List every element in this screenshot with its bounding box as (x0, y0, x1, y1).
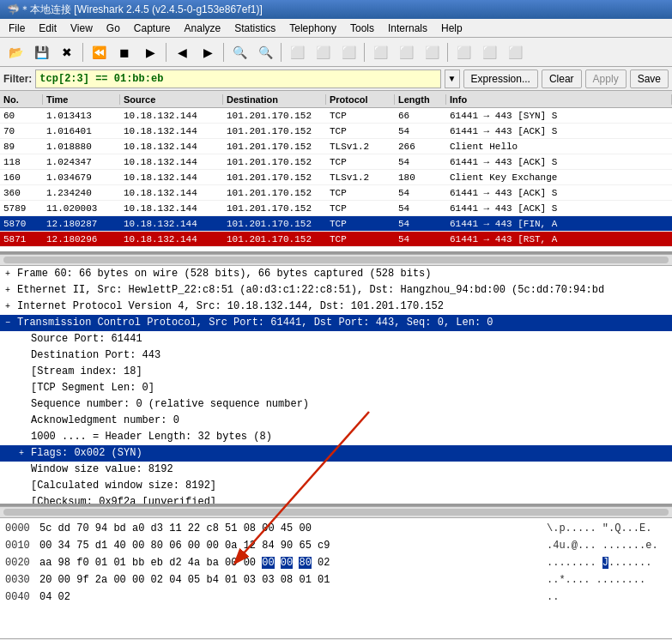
packet-cell-0: 5870 (0, 219, 43, 229)
pkt-btn1[interactable]: ⬜ (285, 40, 309, 64)
pkt-btn2[interactable]: ⬜ (311, 40, 335, 64)
pkt-btn3[interactable]: ⬜ (336, 40, 360, 64)
open-btn[interactable]: 📂 (3, 40, 27, 64)
hex-offset: 0020 (5, 555, 39, 571)
packet-cell-4: TCP (326, 219, 395, 229)
hex-row: 0010 00 34 75 d1 40 00 80 06 00 00 0a 12… (0, 537, 672, 554)
apply-button[interactable]: Apply (585, 69, 627, 88)
expand-icon: + (5, 299, 17, 314)
detail-text: [TCP Segment Len: 0] (31, 382, 154, 394)
col-no[interactable]: No. (0, 94, 43, 105)
title-bar: 🦈 ＊本地连接 [Wireshark 2.4.5 (v2.4.5-0-g153e… (0, 0, 672, 19)
menu-item-go[interactable]: Go (100, 19, 127, 37)
filter-input-wrap[interactable] (35, 69, 440, 88)
packet-cell-2: 10.18.132.144 (120, 188, 223, 198)
menu-item-tools[interactable]: Tools (343, 19, 381, 37)
detail-line[interactable]: + Internet Protocol Version 4, Src: 10.1… (0, 299, 672, 315)
filter-label: Filter: (3, 73, 32, 85)
clr-btn3[interactable]: ⬜ (420, 40, 444, 64)
packet-cell-2: 10.18.132.144 (120, 172, 223, 183)
sep5 (364, 43, 365, 62)
clr-btn1[interactable]: ⬜ (368, 40, 392, 64)
filter-dropdown[interactable]: ▼ (445, 69, 460, 88)
detail-line: 1000 .... = Header Length: 32 bytes (8) (0, 429, 672, 445)
detail-line[interactable]: + Ethernet II, Src: HewlettP_22:c8:51 (a… (0, 282, 672, 299)
table-row[interactable]: 587112.18029610.18.132.144101.201.170.15… (0, 232, 672, 247)
highlighted-byte: 80 (299, 557, 311, 569)
packet-cell-2: 10.18.132.144 (120, 219, 223, 229)
detail-line[interactable]: + Frame 60: 66 bytes on wire (528 bits),… (0, 266, 672, 282)
table-row[interactable]: 3601.23424010.18.132.144101.201.170.152T… (0, 185, 672, 201)
title-icon: 🦈 (7, 3, 20, 15)
table-row[interactable]: 1601.03467910.18.132.144101.201.170.152T… (0, 170, 672, 185)
table-row[interactable]: 587012.18028710.18.132.144101.201.170.15… (0, 216, 672, 232)
clear-button[interactable]: Clear (542, 69, 582, 88)
col-source[interactable]: Source (120, 94, 223, 105)
restart-btn[interactable]: ⏪ (87, 40, 111, 64)
col-length[interactable]: Length (395, 94, 446, 105)
detail-text: [Calculated window size: 8192] (31, 480, 216, 492)
table-row[interactable]: 601.01341310.18.132.144101.201.170.152TC… (0, 108, 672, 124)
prev-btn[interactable]: ◀ (170, 40, 194, 64)
misc-btn3[interactable]: ⬜ (503, 40, 527, 64)
menu-item-analyze[interactable]: Analyze (178, 19, 228, 37)
menu-item-statistics[interactable]: Statistics (227, 19, 282, 37)
hex-row: 0020 aa 98 f0 01 01 bb eb d2 4a ba 00 00… (0, 554, 672, 571)
start-btn[interactable]: ▶ (138, 40, 162, 64)
packet-cell-6: 61441 → 443 [ACK] S (446, 126, 672, 136)
stop-btn[interactable]: ◼ (112, 40, 136, 64)
zoom-out-btn[interactable]: 🔍 (253, 40, 277, 64)
expression-button[interactable]: Expression... (463, 69, 538, 88)
next-btn[interactable]: ▶ (196, 40, 220, 64)
packet-cell-5: 266 (395, 142, 446, 152)
scrollbar-thumb (3, 257, 669, 263)
menu-item-file[interactable]: File (2, 19, 32, 37)
detail-line: Acknowledgment number: 0 (0, 413, 672, 429)
highlighted-byte: 00 (281, 557, 293, 569)
menu-item-internals[interactable]: Internals (381, 19, 434, 37)
detail-text: Flags: 0x002 (SYN) (31, 447, 142, 459)
packet-cell-1: 11.020003 (43, 203, 120, 214)
hex-row: 0040 04 02 .. (0, 589, 672, 606)
packet-cell-6: Client Hello (446, 142, 672, 152)
hex-ascii: ..*.... ........ (547, 572, 667, 588)
horizontal-scrollbar-2[interactable] (0, 506, 672, 518)
hex-bytes: 00 34 75 d1 40 00 80 06 00 00 0a 12 84 9… (39, 538, 547, 553)
packet-cell-4: TCP (326, 111, 395, 121)
packet-cell-3: 101.201.170.152 (223, 234, 326, 245)
misc-btn1[interactable]: ⬜ (451, 40, 475, 64)
detail-line: [Calculated window size: 8192] (0, 478, 672, 494)
detail-text: Source Port: 61441 (31, 333, 142, 345)
menu-item-capture[interactable]: Capture (127, 19, 178, 37)
menu-item-telephony[interactable]: Telephony (282, 19, 343, 37)
horizontal-scrollbar[interactable] (0, 254, 672, 266)
expand-icon: + (5, 267, 17, 281)
hex-ascii: .. (547, 589, 667, 605)
table-row[interactable]: 891.01888010.18.132.144101.201.170.152TL… (0, 139, 672, 154)
detail-line[interactable]: + Flags: 0x002 (SYN) (0, 445, 672, 462)
detail-line: [TCP Segment Len: 0] (0, 380, 672, 396)
col-destination[interactable]: Destination (223, 94, 326, 105)
packet-cell-1: 1.234240 (43, 188, 120, 198)
table-row[interactable]: 1181.02434710.18.132.144101.201.170.152T… (0, 154, 672, 170)
menu-item-help[interactable]: Help (434, 19, 469, 37)
save-button[interactable]: Save (630, 69, 669, 88)
misc-btn2[interactable]: ⬜ (477, 40, 501, 64)
menu-item-view[interactable]: View (64, 19, 100, 37)
window-title: ＊本地连接 [Wireshark 2.4.5 (v2.4.5-0-g153e86… (20, 3, 263, 17)
filter-input[interactable] (39, 73, 436, 85)
table-row[interactable]: 701.01640110.18.132.144101.201.170.152TC… (0, 124, 672, 139)
packet-cell-1: 1.024347 (43, 157, 120, 167)
close-btn[interactable]: ✖ (55, 40, 79, 64)
col-info[interactable]: Info (446, 94, 672, 105)
packet-list: No. Time Source Destination Protocol Len… (0, 91, 672, 254)
save-btn[interactable]: 💾 (29, 40, 53, 64)
sep2 (166, 43, 166, 62)
zoom-in-btn[interactable]: 🔍 (227, 40, 251, 64)
clr-btn2[interactable]: ⬜ (394, 40, 418, 64)
detail-line[interactable]: − Transmission Control Protocol, Src Por… (0, 315, 672, 331)
menu-item-edit[interactable]: Edit (32, 19, 64, 37)
table-row[interactable]: 578911.02000310.18.132.144101.201.170.15… (0, 201, 672, 216)
col-protocol[interactable]: Protocol (326, 94, 395, 105)
col-time[interactable]: Time (43, 94, 120, 105)
